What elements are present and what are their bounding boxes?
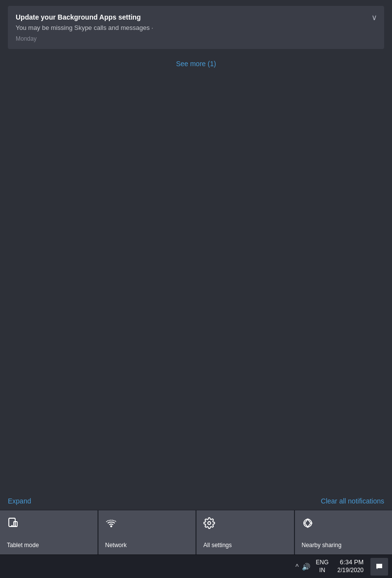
svg-point-8 xyxy=(307,527,308,528)
svg-point-6 xyxy=(307,519,308,520)
tablet-mode-icon xyxy=(7,517,93,531)
action-center: Update your Background Apps setting You … xyxy=(0,0,392,578)
tile-all-settings[interactable]: All settings xyxy=(196,510,294,554)
empty-space xyxy=(8,75,384,492)
notifications-area: Update your Background Apps setting You … xyxy=(0,0,392,492)
notification-title: Update your Background Apps setting xyxy=(16,13,376,22)
svg-point-7 xyxy=(311,523,312,524)
volume-icon[interactable]: 🔊 xyxy=(302,563,310,571)
tile-tablet-mode[interactable]: Tablet mode xyxy=(0,510,98,554)
nearby-sharing-icon xyxy=(302,517,388,531)
taskbar: ^ 🔊 ENG IN 6:34 PM 2/19/2020 xyxy=(0,554,392,578)
action-bar: Expand Clear all notifications xyxy=(0,492,392,510)
lang-line1: ENG xyxy=(316,559,329,567)
clock-date: 2/19/2020 xyxy=(338,567,364,575)
notification-card[interactable]: Update your Background Apps setting You … xyxy=(8,6,384,49)
expand-button[interactable]: Expand xyxy=(8,497,31,505)
see-more-link[interactable]: See more (1) xyxy=(8,53,384,75)
tile-network[interactable]: Network xyxy=(98,510,196,554)
notification-time: Monday xyxy=(16,35,376,42)
tile-network-label: Network xyxy=(105,542,191,549)
tile-tablet-mode-label: Tablet mode xyxy=(7,542,93,549)
notification-body: You may be missing Skype calls and messa… xyxy=(16,24,376,32)
notification-center-button[interactable] xyxy=(370,558,388,576)
chevron-down-icon[interactable]: ∨ xyxy=(371,13,377,22)
tile-nearby-sharing-label: Nearby sharing xyxy=(302,542,388,549)
lang-line2: IN xyxy=(319,567,325,575)
clock-time: 6:34 PM xyxy=(340,558,364,567)
speech-bubble-icon xyxy=(375,562,384,571)
clock[interactable]: 6:34 PM 2/19/2020 xyxy=(335,557,367,575)
tile-nearby-sharing[interactable]: Nearby sharing xyxy=(295,510,392,554)
language-selector[interactable]: ENG IN xyxy=(314,558,331,575)
tile-all-settings-label: All settings xyxy=(203,542,289,549)
network-icon xyxy=(105,517,191,531)
system-tray: ^ 🔊 xyxy=(295,563,310,571)
settings-icon xyxy=(203,517,289,531)
chevron-icon[interactable]: ^ xyxy=(295,563,299,571)
quick-actions-grid: Tablet mode Network All se xyxy=(0,510,392,554)
svg-point-4 xyxy=(110,526,111,527)
svg-point-5 xyxy=(208,522,211,525)
clear-all-button[interactable]: Clear all notifications xyxy=(321,497,384,505)
